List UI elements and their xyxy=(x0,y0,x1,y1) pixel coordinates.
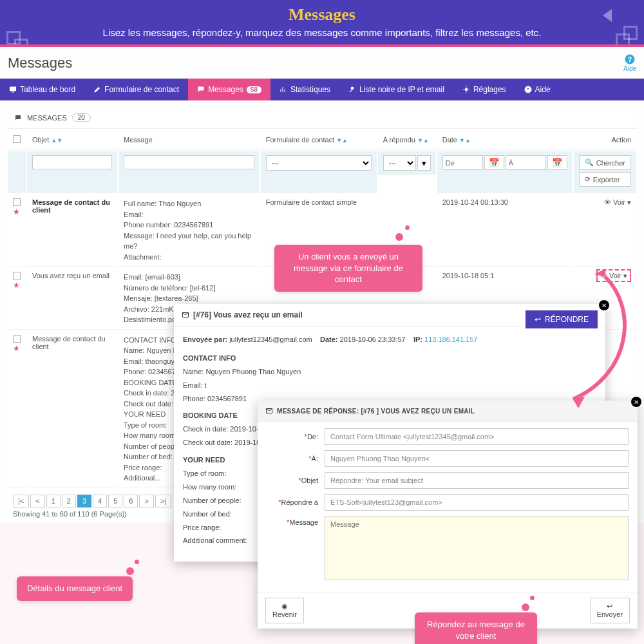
callout-reply: Répondez au message de votre client xyxy=(415,612,537,644)
page-button[interactable]: |< xyxy=(13,495,29,507)
page-button[interactable]: 6 xyxy=(124,495,138,507)
page-title: Messages xyxy=(8,55,72,71)
filter-replied-btn[interactable]: ▾ xyxy=(417,155,431,171)
page-button[interactable]: >| xyxy=(155,495,171,507)
tab-liste-noire-de-ip-et-email[interactable]: Liste noire de IP et email xyxy=(339,79,453,100)
banner-title: Messages xyxy=(6,5,638,24)
close-icon[interactable]: ✕ xyxy=(599,300,609,310)
page-button[interactable]: 4 xyxy=(93,495,107,507)
help-button[interactable]: ? Aide xyxy=(623,53,636,72)
close-icon[interactable]: ✕ xyxy=(631,397,641,407)
table-header-row: Objet ▲▼ Message Formulaire de contact ▼… xyxy=(8,130,636,150)
star-icon[interactable]: ★ xyxy=(13,281,20,290)
filter-message[interactable] xyxy=(124,155,254,169)
filter-form[interactable]: --- xyxy=(266,155,372,171)
star-icon[interactable]: ★ xyxy=(13,344,20,353)
reply-message-textarea[interactable] xyxy=(325,516,629,580)
tab-réglages[interactable]: Réglages xyxy=(453,79,515,100)
tab-tableau-de-bord[interactable]: Tableau de bord xyxy=(0,79,84,100)
tab-statistiques[interactable]: Statistiques xyxy=(270,79,339,100)
back-button[interactable]: ◉Revenir xyxy=(265,598,304,623)
svg-text:?: ? xyxy=(628,55,632,63)
banner: Messages Lisez les messages, répondez-y,… xyxy=(0,0,644,44)
mail-icon xyxy=(265,407,273,415)
page-button[interactable]: 1 xyxy=(46,495,61,507)
tab-messages[interactable]: Messages58 xyxy=(188,79,270,100)
export-button[interactable]: ⟳ Exporter xyxy=(579,172,631,187)
page-button[interactable]: > xyxy=(139,495,153,507)
reply-from-input[interactable] xyxy=(325,428,629,445)
view-button[interactable]: 👁 Voir ▾ xyxy=(604,198,631,206)
view-button[interactable]: 👁 Voir ▾ xyxy=(596,269,631,282)
calendar-to-icon[interactable]: 📅 xyxy=(547,155,567,170)
calendar-from-icon[interactable]: 📅 xyxy=(484,155,504,170)
reply-subject-input[interactable] xyxy=(325,472,629,489)
comment-icon xyxy=(14,114,22,122)
page-button[interactable]: < xyxy=(30,495,44,507)
page-button[interactable]: 3 xyxy=(77,495,91,507)
select-all-checkbox[interactable] xyxy=(13,135,21,143)
row-checkbox[interactable] xyxy=(13,335,21,343)
callout-details: Détails du message client xyxy=(17,576,133,601)
search-button[interactable]: 🔍 Chercher xyxy=(579,155,631,170)
filter-date-from[interactable] xyxy=(442,155,483,170)
send-button[interactable]: ↩Envoyer xyxy=(590,598,630,623)
reply-to-input[interactable] xyxy=(325,450,629,467)
reply-button[interactable]: ↩ RÉPONDRE xyxy=(526,310,598,328)
page-button[interactable]: 5 xyxy=(108,495,122,507)
filter-row: --- ---▾ 📅 📅 🔍 Chercher ⟳ Exporter xyxy=(8,151,636,193)
tab-aide[interactable]: Aide xyxy=(515,79,560,100)
panel-header: MESSAGES 20 xyxy=(6,107,638,129)
callout-form: Un client vous a envoyé un message via c… xyxy=(274,245,422,292)
filter-objet[interactable] xyxy=(32,155,112,169)
page-button[interactable]: 2 xyxy=(62,495,76,507)
reply-replyto-input[interactable] xyxy=(325,494,629,511)
filter-date-to[interactable] xyxy=(506,155,546,170)
reply-modal: ✕ MESSAGE DE RÉPONSE: [#76 ] VOUS AVEZ R… xyxy=(258,401,638,629)
filter-replied[interactable]: --- xyxy=(383,155,416,171)
row-checkbox[interactable] xyxy=(13,272,21,279)
row-checkbox[interactable] xyxy=(13,198,21,206)
tab-formulaire-de-contact[interactable]: Formulaire de contact xyxy=(84,79,188,100)
mail-icon xyxy=(182,311,189,319)
star-icon[interactable]: ★ xyxy=(13,207,20,216)
main-tabs: Tableau de bordFormulaire de contactMess… xyxy=(0,79,644,100)
banner-subtitle: Lisez les messages, répondez-y, marquez … xyxy=(6,27,638,38)
